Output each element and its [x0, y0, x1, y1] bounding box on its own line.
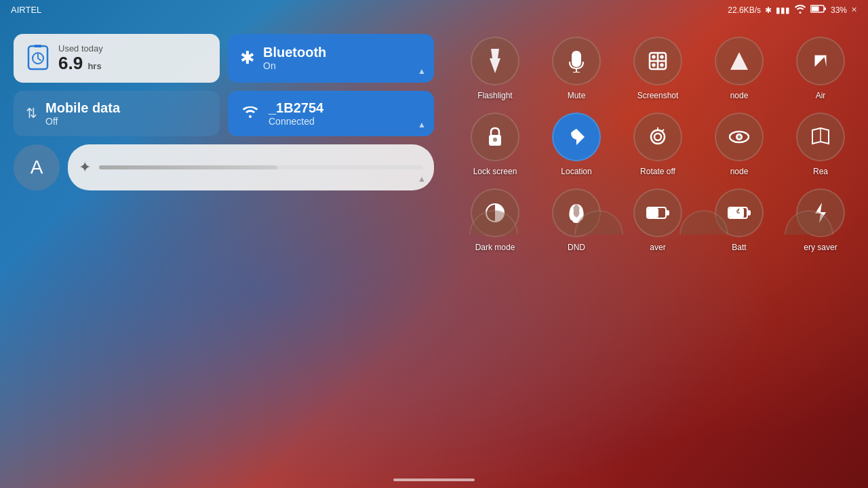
mode2-icon[interactable]: [715, 113, 764, 161]
svg-point-16: [493, 138, 497, 142]
flashlight-label: Flashlight: [477, 91, 512, 100]
screen-time-value: 6.9 hrs: [58, 54, 103, 73]
bottom-cards-row: ⇅ Mobile data Off _1B2754 Connected ▲: [14, 91, 434, 136]
flashlight-icon[interactable]: [471, 37, 519, 85]
bluetooth-title: Bluetooth: [263, 45, 326, 60]
rotate-label: Rotate off: [640, 167, 675, 176]
svg-point-12: [661, 56, 663, 58]
right-panel: Flashlight Mute: [448, 34, 868, 255]
bottom-circle-2: [574, 210, 623, 235]
svg-point-14: [661, 64, 663, 66]
toggle-air[interactable]: Air: [780, 34, 861, 103]
energy-label: ery saver: [804, 243, 837, 252]
expand-wifi-icon: ▲: [418, 120, 426, 129]
air-label: Air: [816, 91, 826, 100]
toggle-mode1[interactable]: node: [698, 34, 780, 103]
location-label: Location: [561, 167, 591, 176]
toggle-mode2[interactable]: node: [698, 110, 780, 179]
bluetooth-symbol: ✱: [240, 47, 255, 68]
signal-bars-icon: ▮▮▮: [776, 5, 790, 15]
brightness-card[interactable]: ✦: [68, 144, 434, 190]
mode1-icon[interactable]: [715, 37, 764, 85]
network-speed: 22.6KB/s: [728, 5, 761, 15]
toggle-location[interactable]: Location: [536, 110, 617, 179]
bluetooth-card[interactable]: ✱ Bluetooth On ▲: [228, 34, 434, 83]
bottom-circles: [441, 210, 861, 235]
bottom-nav-indicator: [393, 479, 475, 481]
wifi-card[interactable]: _1B2754 Connected ▲: [228, 91, 434, 136]
expand-icon: ▲: [418, 174, 426, 184]
carrier-label: AIRTEL: [11, 5, 41, 15]
svg-rect-2: [824, 7, 826, 10]
toggle-read[interactable]: Rea: [780, 110, 861, 179]
screen-time-icon: [26, 45, 50, 72]
svg-point-17: [651, 130, 665, 144]
svg-point-11: [653, 56, 655, 58]
svg-point-18: [654, 134, 661, 140]
top-cards-row: Used today 6.9 hrs ▲ ✱ Bluetooth On ▲: [14, 34, 434, 83]
close-icon[interactable]: ✕: [851, 5, 857, 14]
mode2-label: node: [730, 167, 749, 176]
mute-label: Mute: [568, 91, 586, 100]
battery-label: Batt: [732, 243, 746, 252]
bluetooth-icon: ✱: [765, 5, 772, 15]
status-right: 22.6KB/s ✱ ▮▮▮ 33% ✕: [728, 4, 857, 16]
status-bar: AIRTEL 22.6KB/s ✱ ▮▮▮ 33% ✕: [0, 0, 868, 20]
brightness-fill: [99, 165, 277, 169]
toggle-lock-screen[interactable]: Lock screen: [454, 110, 536, 179]
battery-percent: 33%: [831, 5, 847, 15]
bottom-row: A ✦: [14, 144, 434, 190]
wifi-card-icon: [240, 103, 260, 123]
toggle-rotate[interactable]: Rotate off: [617, 110, 698, 179]
mute-icon[interactable]: [552, 37, 601, 85]
mobile-data-icon: ⇅: [26, 105, 37, 121]
bluetooth-status: On: [263, 60, 326, 71]
toggle-screenshot[interactable]: Screenshot: [617, 34, 698, 103]
wifi-status: Connected: [269, 116, 323, 127]
brightness-bar[interactable]: [99, 165, 423, 169]
mobile-data-status: Off: [45, 116, 120, 127]
saver-label: aver: [650, 243, 665, 252]
toggle-mute[interactable]: Mute: [536, 34, 617, 103]
air-icon[interactable]: [796, 37, 845, 85]
rotate-icon[interactable]: [633, 113, 682, 161]
dark-mode-label: Dark mode: [475, 243, 515, 252]
mobile-data-card[interactable]: ⇅ Mobile data Off: [14, 91, 220, 136]
bottom-circle-4: [785, 210, 833, 235]
lock-screen-label: Lock screen: [473, 167, 517, 176]
brightness-icon: ✦: [79, 159, 91, 176]
mode1-label: node: [730, 91, 749, 100]
location-icon[interactable]: [552, 113, 601, 161]
bottom-circle-1: [469, 210, 518, 235]
screen-time-card[interactable]: Used today 6.9 hrs ▲: [14, 34, 220, 83]
read-icon[interactable]: [796, 113, 845, 161]
wifi-icon: [794, 4, 806, 16]
mobile-data-title: Mobile data: [45, 100, 120, 116]
svg-rect-5: [34, 45, 42, 47]
lock-screen-icon[interactable]: [471, 113, 519, 161]
screen-time-label: Used today: [58, 43, 103, 54]
battery-icon: [810, 4, 827, 16]
screenshot-icon[interactable]: [633, 37, 682, 85]
left-panel: Used today 6.9 hrs ▲ ✱ Bluetooth On ▲: [14, 34, 434, 190]
bottom-circle-3: [679, 210, 728, 235]
dnd-label: DND: [568, 243, 585, 252]
screenshot-label: Screenshot: [637, 91, 679, 100]
svg-rect-1: [811, 7, 818, 12]
toggle-flashlight[interactable]: Flashlight: [454, 34, 536, 103]
wifi-ssid: _1B2754: [269, 100, 323, 116]
svg-point-13: [653, 64, 655, 66]
read-label: Rea: [813, 167, 828, 176]
expand-bt-icon: ▲: [418, 66, 426, 76]
svg-point-21: [738, 136, 741, 139]
avatar[interactable]: A: [14, 144, 60, 190]
